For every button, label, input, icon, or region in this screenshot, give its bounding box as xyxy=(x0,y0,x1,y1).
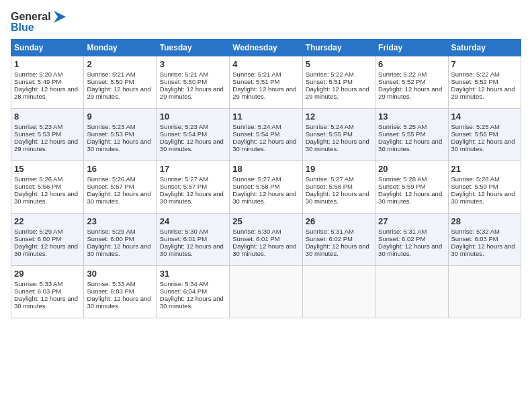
sunset-text: Sunset: 5:54 PM xyxy=(160,130,207,138)
day-number: 30 xyxy=(87,269,153,279)
daylight-text: Daylight: 12 hours and 30 minutes. xyxy=(14,295,78,310)
week-row-5: 29Sunrise: 5:33 AMSunset: 6:03 PMDayligh… xyxy=(11,265,521,318)
sunrise-text: Sunrise: 5:21 AM xyxy=(87,71,135,78)
sunrise-text: Sunrise: 5:21 AM xyxy=(160,71,208,78)
day-header-wednesday: Wednesday xyxy=(230,39,302,56)
calendar-cell: 25Sunrise: 5:30 AMSunset: 6:01 PMDayligh… xyxy=(230,213,302,265)
day-header-tuesday: Tuesday xyxy=(157,39,229,56)
day-header-sunday: Sunday xyxy=(11,39,84,56)
day-number: 14 xyxy=(451,111,518,122)
sunset-text: Sunset: 6:02 PM xyxy=(378,235,425,242)
day-number: 29 xyxy=(14,269,81,279)
daylight-text: Daylight: 12 hours and 29 minutes. xyxy=(378,85,442,100)
day-number: 18 xyxy=(232,164,299,174)
week-row-1: 1Sunrise: 5:20 AMSunset: 5:49 PMDaylight… xyxy=(11,56,521,108)
day-number: 9 xyxy=(87,111,153,122)
sunset-text: Sunset: 6:02 PM xyxy=(306,235,353,242)
sunset-text: Sunset: 5:55 PM xyxy=(378,130,425,138)
sunrise-text: Sunrise: 5:24 AM xyxy=(306,123,354,130)
calendar-table: SundayMondayTuesdayWednesdayThursdayFrid… xyxy=(11,39,521,318)
calendar-cell: 28Sunrise: 5:32 AMSunset: 6:03 PMDayligh… xyxy=(448,213,521,265)
calendar-cell: 8Sunrise: 5:23 AMSunset: 5:53 PMDaylight… xyxy=(11,108,84,161)
sunset-text: Sunset: 5:51 PM xyxy=(306,78,353,85)
day-number: 5 xyxy=(306,59,372,69)
sunset-text: Sunset: 5:49 PM xyxy=(14,78,61,85)
sunrise-text: Sunrise: 5:23 AM xyxy=(14,123,62,130)
calendar-cell: 6Sunrise: 5:22 AMSunset: 5:52 PMDaylight… xyxy=(375,56,448,108)
daylight-text: Daylight: 12 hours and 30 minutes. xyxy=(232,190,296,205)
sunset-text: Sunset: 5:50 PM xyxy=(160,78,207,85)
sunrise-text: Sunrise: 5:30 AM xyxy=(232,228,281,235)
day-number: 27 xyxy=(378,216,445,226)
daylight-text: Daylight: 12 hours and 30 minutes. xyxy=(451,242,515,257)
sunset-text: Sunset: 5:59 PM xyxy=(451,183,498,190)
calendar-cell xyxy=(230,265,302,318)
day-number: 20 xyxy=(378,164,445,174)
sunrise-text: Sunrise: 5:23 AM xyxy=(160,123,208,130)
day-number: 23 xyxy=(87,216,153,226)
day-header-friday: Friday xyxy=(375,39,448,56)
calendar-cell: 11Sunrise: 5:24 AMSunset: 5:54 PMDayligh… xyxy=(230,108,302,161)
daylight-text: Daylight: 12 hours and 30 minutes. xyxy=(232,138,296,152)
calendar-cell: 4Sunrise: 5:21 AMSunset: 5:51 PMDaylight… xyxy=(230,56,302,108)
calendar-cell: 1Sunrise: 5:20 AMSunset: 5:49 PMDaylight… xyxy=(11,56,84,108)
daylight-text: Daylight: 12 hours and 29 minutes. xyxy=(14,138,78,152)
day-number: 28 xyxy=(451,216,518,226)
sunset-text: Sunset: 5:58 PM xyxy=(306,183,353,190)
sunset-text: Sunset: 6:04 PM xyxy=(160,287,207,295)
calendar-cell: 2Sunrise: 5:21 AMSunset: 5:50 PMDaylight… xyxy=(84,56,157,108)
daylight-text: Daylight: 12 hours and 30 minutes. xyxy=(14,190,78,205)
sunrise-text: Sunrise: 5:32 AM xyxy=(451,228,500,235)
daylight-text: Daylight: 12 hours and 30 minutes. xyxy=(232,242,296,257)
daylight-text: Daylight: 12 hours and 29 minutes. xyxy=(451,85,515,100)
calendar-cell: 23Sunrise: 5:29 AMSunset: 6:00 PMDayligh… xyxy=(84,213,157,265)
sunrise-text: Sunrise: 5:27 AM xyxy=(232,175,281,183)
sunset-text: Sunset: 6:00 PM xyxy=(87,235,134,242)
day-number: 15 xyxy=(14,164,81,174)
calendar-cell: 18Sunrise: 5:27 AMSunset: 5:58 PMDayligh… xyxy=(230,161,302,213)
day-header-thursday: Thursday xyxy=(302,39,375,56)
day-number: 10 xyxy=(160,111,226,122)
sunrise-text: Sunrise: 5:25 AM xyxy=(378,123,427,130)
calendar-cell: 10Sunrise: 5:23 AMSunset: 5:54 PMDayligh… xyxy=(157,108,229,161)
calendar-cell: 20Sunrise: 5:28 AMSunset: 5:59 PMDayligh… xyxy=(375,161,448,213)
sunrise-text: Sunrise: 5:34 AM xyxy=(160,280,208,287)
daylight-text: Daylight: 12 hours and 30 minutes. xyxy=(160,242,224,257)
sunset-text: Sunset: 5:50 PM xyxy=(87,78,134,85)
daylight-text: Daylight: 12 hours and 29 minutes. xyxy=(306,85,369,100)
logo-blue: Blue xyxy=(11,21,66,34)
sunrise-text: Sunrise: 5:31 AM xyxy=(378,228,427,235)
day-header-monday: Monday xyxy=(84,39,157,56)
day-number: 8 xyxy=(14,111,81,122)
calendar-cell: 27Sunrise: 5:31 AMSunset: 6:02 PMDayligh… xyxy=(375,213,448,265)
calendar-cell: 7Sunrise: 5:22 AMSunset: 5:52 PMDaylight… xyxy=(448,56,521,108)
sunrise-text: Sunrise: 5:28 AM xyxy=(378,175,427,183)
sunset-text: Sunset: 5:56 PM xyxy=(14,183,61,190)
sunset-text: Sunset: 5:59 PM xyxy=(378,183,425,190)
calendar-cell: 29Sunrise: 5:33 AMSunset: 6:03 PMDayligh… xyxy=(11,265,84,318)
day-number: 11 xyxy=(232,111,299,122)
day-number: 31 xyxy=(160,269,226,279)
sunset-text: Sunset: 5:54 PM xyxy=(232,130,279,138)
daylight-text: Daylight: 12 hours and 30 minutes. xyxy=(160,190,224,205)
sunset-text: Sunset: 5:56 PM xyxy=(451,130,498,138)
sunrise-text: Sunrise: 5:29 AM xyxy=(87,228,135,235)
day-number: 3 xyxy=(160,59,226,69)
daylight-text: Daylight: 12 hours and 29 minutes. xyxy=(160,85,224,100)
daylight-text: Daylight: 12 hours and 30 minutes. xyxy=(306,190,369,205)
calendar-cell: 19Sunrise: 5:27 AMSunset: 5:58 PMDayligh… xyxy=(302,161,375,213)
daylight-text: Daylight: 12 hours and 30 minutes. xyxy=(160,295,224,310)
sunset-text: Sunset: 5:52 PM xyxy=(451,78,498,85)
calendar-cell: 16Sunrise: 5:26 AMSunset: 5:57 PMDayligh… xyxy=(84,161,157,213)
daylight-text: Daylight: 12 hours and 30 minutes. xyxy=(160,138,224,152)
calendar-cell xyxy=(375,265,448,318)
sunrise-text: Sunrise: 5:28 AM xyxy=(451,175,500,183)
calendar-cell xyxy=(448,265,521,318)
page-header: General Blue xyxy=(11,11,521,34)
day-number: 13 xyxy=(378,111,445,122)
sunset-text: Sunset: 5:55 PM xyxy=(306,130,353,138)
calendar-cell: 30Sunrise: 5:33 AMSunset: 6:03 PMDayligh… xyxy=(84,265,157,318)
day-number: 24 xyxy=(160,216,226,226)
calendar-cell: 31Sunrise: 5:34 AMSunset: 6:04 PMDayligh… xyxy=(157,265,229,318)
sunset-text: Sunset: 6:01 PM xyxy=(232,235,279,242)
